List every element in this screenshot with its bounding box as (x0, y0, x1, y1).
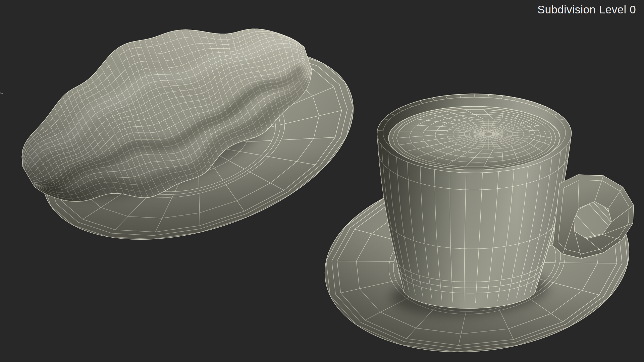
coffee-surface-mesh (388, 106, 560, 170)
viewport: Subdivision Level 0 (0, 0, 644, 362)
wireframe-render (0, 0, 644, 362)
subdivision-level-label: Subdivision Level 0 (537, 3, 636, 16)
